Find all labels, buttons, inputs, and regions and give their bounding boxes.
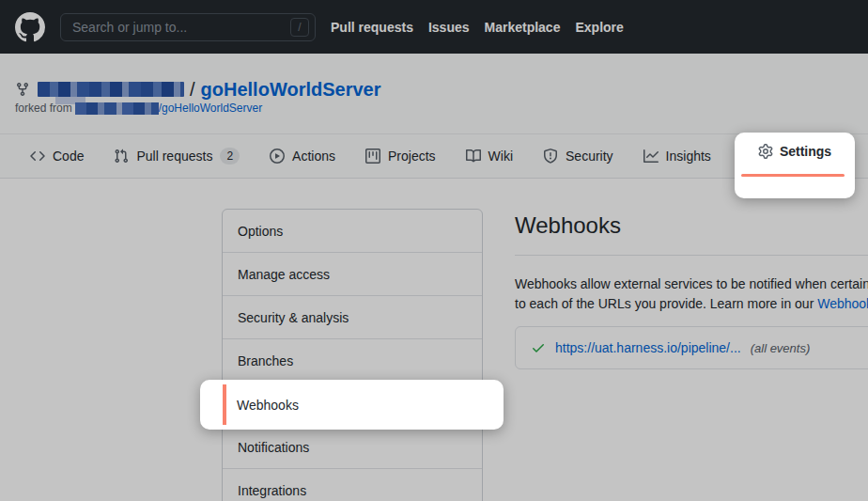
tab-settings-label: Settings bbox=[780, 144, 831, 159]
gear-icon bbox=[758, 144, 773, 159]
tab-settings[interactable]: Settings bbox=[735, 144, 855, 159]
sidebar-item-webhooks-highlighted[interactable]: Webhooks bbox=[237, 380, 299, 430]
webhooks-item-spotlight[interactable]: Webhooks bbox=[200, 380, 504, 430]
active-tab-underline bbox=[741, 174, 845, 177]
settings-tab-spotlight[interactable]: Settings bbox=[735, 133, 855, 198]
active-item-indicator bbox=[223, 384, 226, 425]
github-webhooks-settings-page: / Pull requests Issues Marketplace Explo… bbox=[0, 0, 868, 501]
